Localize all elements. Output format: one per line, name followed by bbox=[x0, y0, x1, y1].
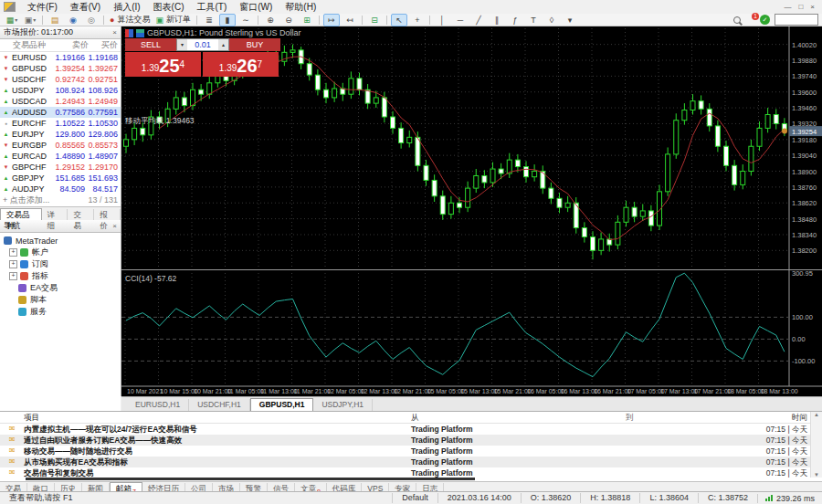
mail-row-3[interactable]: ✉移动交易——随时随地进行交易Trading Platform07:15 | 今… bbox=[0, 446, 822, 457]
col-item[interactable]: 项目 bbox=[24, 412, 411, 423]
objects-dropdown-button[interactable]: ▾ bbox=[562, 14, 578, 26]
market-watch-toggle-button[interactable]: ▤ bbox=[47, 14, 63, 26]
market-watch-tab-4[interactable]: 报价 bbox=[94, 209, 121, 220]
navigator-item-3[interactable]: +指标 bbox=[0, 270, 121, 282]
zoom-in-button[interactable]: ⊕ bbox=[262, 14, 279, 26]
chart-tab-USDCHFH1[interactable]: USDCHF,H1 bbox=[189, 399, 250, 411]
price-chart[interactable]: 10 Mar 202110 Mar 15:0010 Mar 21:0011 Ma… bbox=[121, 26, 822, 396]
volume-value[interactable]: 0.01 bbox=[187, 40, 218, 49]
new-order-button[interactable]: ▣新订单 bbox=[153, 14, 193, 26]
horizontal-line-button[interactable]: ─ bbox=[452, 14, 469, 26]
market-row-GBPUSD[interactable]: ▼GBPUSD1.392541.39267 bbox=[0, 63, 121, 74]
indicators-button[interactable]: ⊟ bbox=[366, 14, 383, 26]
expand-icon[interactable]: + bbox=[9, 260, 17, 268]
restore-button[interactable]: □ bbox=[798, 0, 803, 14]
market-row-USDCHF[interactable]: ▼USDCHF0.927420.92751 bbox=[0, 74, 121, 85]
market-row-GBPJPY[interactable]: ▲GBPJPY151.685151.693 bbox=[0, 173, 121, 184]
menu-file[interactable]: 文件(F) bbox=[21, 0, 64, 14]
vertical-scrollbar[interactable]: ▲▼ bbox=[810, 412, 822, 478]
expand-icon[interactable]: + bbox=[9, 248, 17, 257]
vertical-line-button[interactable]: │ bbox=[434, 14, 450, 26]
search-icon[interactable] bbox=[733, 16, 741, 24]
market-row-EURCAD[interactable]: ▲EURCAD1.488901.48907 bbox=[0, 151, 121, 162]
sell-price-button[interactable]: 1.39254 bbox=[125, 52, 201, 77]
status-profile[interactable]: Default bbox=[392, 493, 437, 503]
chart-tab-USDJPYH1[interactable]: USDJPY,H1 bbox=[313, 399, 373, 411]
volume-decrease-button[interactable]: ▾ bbox=[177, 39, 187, 50]
market-row-GBPCHF[interactable]: ▼GBPCHF1.291521.29170 bbox=[0, 162, 121, 173]
chart-tab-GBPUSDH1[interactable]: GBPUSD,H1 bbox=[250, 398, 314, 411]
search-input[interactable] bbox=[775, 14, 818, 26]
equidistant-channel-button[interactable]: ∥ bbox=[489, 14, 505, 26]
col-ask[interactable]: 买价 bbox=[89, 39, 121, 51]
open-profile-button[interactable]: ▣▾ bbox=[22, 14, 38, 26]
market-watch-tab-3[interactable]: 交易 bbox=[68, 209, 94, 220]
buy-button[interactable]: BUY bbox=[229, 38, 280, 51]
auto-scroll-button[interactable]: ↦ bbox=[323, 14, 340, 26]
arrows-button[interactable]: ◊ bbox=[543, 14, 560, 26]
col-bid[interactable]: 卖价 bbox=[57, 39, 89, 51]
mail-row-2[interactable]: ✉通过自由职业者服务订购EA交易——快速高效Trading Platform07… bbox=[0, 435, 822, 446]
market-row-EURUSD[interactable]: ▼EURUSD1.191661.19168 bbox=[0, 52, 121, 63]
chart-mode-icon[interactable] bbox=[136, 29, 144, 37]
col-time[interactable]: 时间 bbox=[690, 412, 822, 423]
data-window-toggle-button[interactable]: ◉ bbox=[65, 14, 81, 26]
chart-tab-EURUSDH1[interactable]: EURUSD,H1 bbox=[127, 399, 189, 411]
col-from[interactable]: 从 bbox=[411, 412, 626, 423]
close-icon[interactable]: × bbox=[112, 26, 117, 38]
menu-help[interactable]: 帮助(H) bbox=[279, 0, 322, 14]
trendline-button[interactable]: ╱ bbox=[470, 14, 487, 26]
close-icon[interactable]: × bbox=[112, 220, 117, 232]
buy-price-button[interactable]: 1.39267 bbox=[203, 52, 279, 77]
menu-view[interactable]: 查看(V) bbox=[64, 0, 107, 14]
navigator-item-1[interactable]: +帐户 bbox=[0, 247, 121, 258]
zoom-out-button[interactable]: ⊖ bbox=[280, 14, 297, 26]
fibonacci-button[interactable]: ƒ bbox=[507, 14, 523, 26]
text-label-button[interactable]: T bbox=[525, 14, 542, 26]
market-row-AUDUSD[interactable]: ▲AUDUSD0.775860.77591 bbox=[0, 107, 121, 118]
market-row-USDJPY[interactable]: ▲USDJPY108.924108.926 bbox=[0, 85, 121, 96]
market-row-USDCAD[interactable]: ▲USDCAD1.249431.24949 bbox=[0, 96, 121, 107]
close-button[interactable]: × bbox=[810, 0, 815, 14]
candle-chart-button[interactable]: ▮ bbox=[219, 14, 236, 26]
menu-insert[interactable]: 插入(I) bbox=[107, 0, 146, 14]
menu-tools[interactable]: 工具(T) bbox=[190, 0, 233, 14]
bar-chart-button[interactable]: ≣ bbox=[201, 14, 217, 26]
volume-increase-button[interactable]: ▴ bbox=[218, 39, 228, 50]
expand-icon[interactable]: + bbox=[9, 272, 17, 280]
menu-window[interactable]: 窗口(W) bbox=[233, 0, 279, 14]
market-watch-tab-1[interactable]: 交易品种 bbox=[0, 208, 42, 220]
crosshair-button[interactable]: + bbox=[409, 14, 426, 26]
col-to[interactable]: 到 bbox=[626, 412, 690, 423]
minimize-button[interactable]: — bbox=[784, 0, 791, 14]
market-row-AUDJPY[interactable]: ▲AUDJPY84.50984.517 bbox=[0, 184, 121, 194]
cursor-button[interactable]: ↖ bbox=[391, 14, 407, 26]
market-row-EURCHF[interactable]: ●EURCHF1.105221.10530 bbox=[0, 118, 121, 129]
connection-status[interactable]: 239.26 ms bbox=[757, 494, 822, 503]
navigator-item-4[interactable]: EA交易 bbox=[0, 282, 121, 294]
mail-row-4[interactable]: ✉从市场购买现有EA交易和指标Trading Platform07:15 | 今… bbox=[0, 457, 822, 467]
market-row-EURJPY[interactable]: ▲EURJPY129.800129.806 bbox=[0, 129, 121, 140]
one-click-icon[interactable] bbox=[125, 29, 133, 37]
new-chart-button[interactable]: ▦▾ bbox=[4, 14, 20, 26]
chart-shift-button[interactable]: ↤ bbox=[342, 14, 358, 26]
horizontal-scrollbar[interactable] bbox=[26, 478, 475, 480]
tree-item-label: 指标 bbox=[32, 270, 48, 282]
tile-windows-button[interactable]: ⊞ bbox=[299, 14, 315, 26]
signals-button[interactable]: ◎ bbox=[83, 14, 100, 26]
sell-button[interactable]: SELL bbox=[125, 38, 176, 51]
navigator-root[interactable]: MetaTrader bbox=[0, 235, 121, 247]
menu-charts[interactable]: 图表(C) bbox=[147, 0, 191, 14]
col-symbol[interactable]: 交易品种 bbox=[0, 39, 57, 51]
add-symbol-row[interactable]: + 点击添加... 13 / 131 bbox=[0, 194, 121, 206]
algo-trading-button[interactable]: ●算法交易 bbox=[108, 14, 152, 26]
market-row-EURGBP[interactable]: ▼EURGBP0.855650.85573 bbox=[0, 140, 121, 151]
mail-row-1[interactable]: ✉内置虚拟主机——现在可以24/7运行EA交易和信号Trading Platfo… bbox=[0, 424, 822, 435]
navigator-item-5[interactable]: 脚本 bbox=[0, 294, 121, 306]
market-watch-tab-2[interactable]: 详细 bbox=[42, 209, 68, 220]
notifications-icon[interactable]: 1 bbox=[745, 16, 755, 25]
navigator-item-2[interactable]: +订阅 bbox=[0, 258, 121, 270]
line-chart-button[interactable]: ∼ bbox=[237, 14, 254, 26]
community-icon[interactable]: ✓ bbox=[760, 15, 770, 25]
navigator-item-6[interactable]: 服务 bbox=[0, 306, 121, 318]
